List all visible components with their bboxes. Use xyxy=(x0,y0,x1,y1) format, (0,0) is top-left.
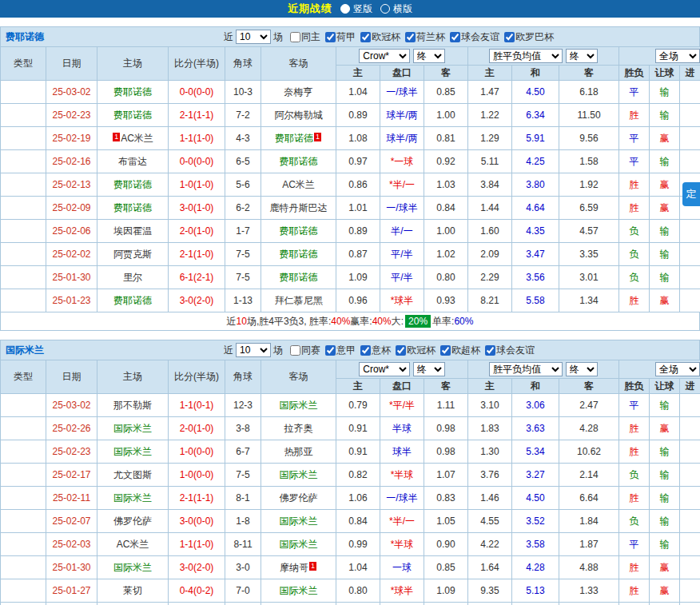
team-link[interactable]: 费耶诺德 xyxy=(113,109,152,121)
team-link[interactable]: 阿尔梅勒城 xyxy=(275,109,323,121)
team-link[interactable]: 国际米兰 xyxy=(280,585,318,596)
score: 0-1(0-1) xyxy=(169,603,225,605)
side-panel-tab[interactable]: 定 xyxy=(682,182,700,206)
team-link[interactable]: AC米兰 xyxy=(282,179,315,190)
avg-final-select[interactable]: 终 xyxy=(566,49,598,63)
layout-horizontal-option[interactable]: 横版 xyxy=(380,2,412,16)
team-link[interactable]: 佛罗伦萨 xyxy=(280,492,318,504)
team-link[interactable]: 摩纳哥 xyxy=(280,562,308,573)
layout-vertical-option[interactable]: 竖版 xyxy=(340,2,372,16)
match-date: 25-01-23 xyxy=(46,289,97,312)
filter-checkbox[interactable] xyxy=(396,345,406,356)
match-date: 25-02-16 xyxy=(46,150,97,173)
team-link[interactable]: 费耶诺德 xyxy=(280,272,318,283)
handicap-odds-home: 0.80 xyxy=(336,579,380,603)
team-link[interactable]: 费耶诺德 xyxy=(280,225,318,237)
odds-final-select[interactable]: 终 xyxy=(413,49,445,63)
filter-checkbox[interactable] xyxy=(485,345,495,356)
filter-欧罗巴杯[interactable]: 欧罗巴杯 xyxy=(504,30,554,44)
filter-checkbox[interactable] xyxy=(440,345,451,356)
col-header-win: 主 xyxy=(468,66,512,81)
filter-同赛[interactable]: 同赛 xyxy=(290,344,320,357)
team-link[interactable]: 鹿特丹斯巴达 xyxy=(270,202,328,213)
recent-count-select[interactable]: 10 xyxy=(236,343,271,357)
filter-checkbox[interactable] xyxy=(290,345,300,356)
team-link[interactable]: 热那亚 xyxy=(284,446,313,457)
team-link[interactable]: 费耶诺德 xyxy=(280,156,318,167)
filter-荷甲[interactable]: 荷甲 xyxy=(325,30,356,44)
team-link[interactable]: 国际米兰 xyxy=(280,469,318,480)
team-link[interactable]: 奈梅亨 xyxy=(284,86,313,98)
team-link[interactable]: 阿贾克斯 xyxy=(113,249,152,260)
games-label: 场 xyxy=(273,344,283,357)
filter-checkbox[interactable] xyxy=(325,345,336,356)
team-link[interactable]: 那不勒斯 xyxy=(113,400,152,411)
full-match-select[interactable]: 全场 xyxy=(655,49,700,63)
filter-荷兰杯[interactable]: 荷兰杯 xyxy=(405,30,445,44)
odds-company-select[interactable]: Crow* xyxy=(359,49,410,63)
team-link[interactable]: 费耶诺德 xyxy=(113,179,152,190)
recent-count-select[interactable]: 10 xyxy=(236,30,271,44)
away-team-cell: AC米兰 xyxy=(261,173,336,197)
team-link[interactable]: 拜仁慕尼黑 xyxy=(275,295,323,306)
radio-unselected-icon[interactable] xyxy=(380,4,390,14)
filter-checkbox[interactable] xyxy=(405,32,416,42)
team-link[interactable]: 布雷达 xyxy=(118,156,147,167)
avg-odds-select[interactable]: 胜平负均值 xyxy=(489,49,563,63)
team-link[interactable]: AC米兰 xyxy=(117,539,149,550)
filter-意甲[interactable]: 意甲 xyxy=(325,344,356,357)
match-date: 25-02-23 xyxy=(46,440,97,464)
goals-cell xyxy=(680,104,700,127)
odds-final-select[interactable]: 终 xyxy=(413,362,445,376)
handicap-odds-home: 0.91 xyxy=(336,440,380,464)
goals-cell xyxy=(680,266,700,289)
filter-欧超杯[interactable]: 欧超杯 xyxy=(440,344,480,357)
team-link[interactable]: 费耶诺德 xyxy=(275,133,313,144)
team-link[interactable]: 拉齐奥 xyxy=(284,423,313,434)
avg-final-select[interactable]: 终 xyxy=(566,362,598,376)
odds-draw: 4.35 xyxy=(512,220,559,243)
result: 胜 xyxy=(619,173,650,197)
team-link[interactable]: 埃因霍温 xyxy=(113,225,152,237)
team-link[interactable]: 佛罗伦萨 xyxy=(113,515,152,527)
odds-company-select[interactable]: Crow* xyxy=(359,362,410,376)
team-link[interactable]: 国际米兰 xyxy=(113,423,152,434)
team-name[interactable]: 费耶诺德 xyxy=(6,30,44,44)
competition-type: 意甲 xyxy=(1,440,46,464)
handicap-odds-home: 0.89 xyxy=(336,220,380,243)
team-link[interactable]: 费耶诺德 xyxy=(113,295,152,306)
team-link[interactable]: 费耶诺德 xyxy=(280,249,318,260)
team-link[interactable]: 国际米兰 xyxy=(280,515,318,527)
team-link[interactable]: 里尔 xyxy=(123,272,142,283)
full-match-select[interactable]: 全场 xyxy=(655,362,700,376)
team-link[interactable]: 尤文图斯 xyxy=(113,469,152,480)
filter-checkbox[interactable] xyxy=(360,32,371,42)
team-name[interactable]: 国际米兰 xyxy=(6,344,44,357)
filter-checkbox[interactable] xyxy=(290,32,300,42)
filter-球会友谊[interactable]: 球会友谊 xyxy=(485,344,535,357)
team-link[interactable]: 国际米兰 xyxy=(280,400,318,411)
filter-意杯[interactable]: 意杯 xyxy=(360,344,391,357)
filter-checkbox[interactable] xyxy=(504,32,515,42)
result: 胜 xyxy=(619,440,650,464)
team-link[interactable]: AC米兰 xyxy=(121,133,153,144)
team-link[interactable]: 国际米兰 xyxy=(280,539,318,550)
team-link[interactable]: 国际米兰 xyxy=(113,492,152,504)
avg-odds-select[interactable]: 胜平负均值 xyxy=(489,362,563,376)
competition-type: 荷甲 xyxy=(1,243,46,266)
filter-checkbox[interactable] xyxy=(450,32,460,42)
filter-欧冠杯[interactable]: 欧冠杯 xyxy=(396,344,436,357)
radio-selected-icon[interactable] xyxy=(340,4,350,14)
filter-欧冠杯[interactable]: 欧冠杯 xyxy=(360,30,400,44)
filter-checkbox[interactable] xyxy=(325,32,336,42)
filter-同主[interactable]: 同主 xyxy=(290,30,320,44)
team-link[interactable]: 费耶诺德 xyxy=(113,202,152,213)
team-link[interactable]: 莱切 xyxy=(123,585,142,596)
team-link[interactable]: 费耶诺德 xyxy=(113,86,152,98)
filter-球会友谊[interactable]: 球会友谊 xyxy=(450,30,499,44)
team-link[interactable]: 国际米兰 xyxy=(113,446,152,457)
filter-checkbox[interactable] xyxy=(360,345,371,356)
team-link[interactable]: 国际米兰 xyxy=(113,562,152,573)
match-row: 意甲25-01-27莱切0-4(0-2)7-0国际米兰0.80*球半1.099.… xyxy=(1,579,700,603)
away-team-cell: 佛罗伦萨 xyxy=(261,487,336,510)
